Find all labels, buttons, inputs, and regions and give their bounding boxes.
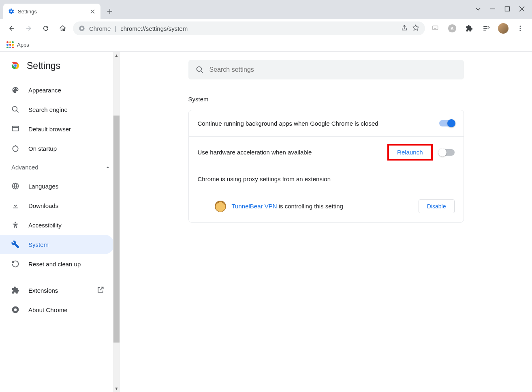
svg-point-7 xyxy=(520,28,521,29)
star-icon[interactable] xyxy=(412,24,419,33)
sidebar-item-label: Appearance xyxy=(28,87,61,94)
svg-point-14 xyxy=(13,146,18,151)
sidebar-item-label: Reset and clean up xyxy=(28,261,81,268)
forward-button[interactable] xyxy=(22,21,36,35)
relaunch-button[interactable]: Relaunch xyxy=(392,146,427,158)
reading-list-icon[interactable] xyxy=(479,21,493,35)
chrome-grey-icon xyxy=(79,25,85,32)
sidebar-item-default-browser[interactable]: Default browser xyxy=(0,119,114,139)
settings-main: System Continue running background apps … xyxy=(120,52,532,392)
chevron-down-icon[interactable] xyxy=(475,6,481,13)
scroll-down-icon[interactable]: ▼ xyxy=(113,385,120,392)
omnibox[interactable]: Chrome | chrome://settings/system xyxy=(73,21,425,35)
settings-page: Settings Appearance Search engine Defaul… xyxy=(0,52,532,392)
sidebar-item-languages[interactable]: Languages xyxy=(0,176,114,196)
extension-suffix-text: is controlling this setting xyxy=(277,203,343,210)
gear-icon xyxy=(8,8,15,15)
sidebar-item-system[interactable]: System xyxy=(0,235,114,254)
sidebar-scrollbar[interactable]: ▲ ▼ xyxy=(113,52,120,392)
sidebar-section-advanced[interactable]: Advanced xyxy=(0,158,120,176)
omnibox-url: chrome://settings/system xyxy=(120,25,188,32)
svg-point-8 xyxy=(520,30,521,31)
sidebar-item-appearance[interactable]: Appearance xyxy=(0,80,114,100)
back-button[interactable] xyxy=(5,21,19,35)
extension-name-link[interactable]: TunnelBear VPN xyxy=(232,203,277,210)
svg-point-12 xyxy=(13,107,17,111)
chrome-logo-icon xyxy=(10,60,21,71)
sidebar-item-label: Default browser xyxy=(28,126,71,133)
sidebar-header: Settings xyxy=(0,60,120,77)
row-proxy-settings: Chrome is using proxy settings from an e… xyxy=(189,168,464,194)
sidebar-divider xyxy=(0,277,120,277)
apps-icon xyxy=(6,41,14,49)
row-label: Use hardware acceleration when available xyxy=(198,149,381,156)
row-hardware-acceleration: Use hardware acceleration when available… xyxy=(189,136,464,168)
sidebar-item-on-startup[interactable]: On startup xyxy=(0,139,114,158)
extensions-icon[interactable] xyxy=(462,21,476,35)
svg-point-19 xyxy=(197,67,201,72)
sidebar-item-extensions[interactable]: Extensions xyxy=(0,281,114,300)
sidebar-item-label: Search engine xyxy=(28,106,68,113)
window-controls xyxy=(475,0,532,19)
share-icon[interactable] xyxy=(401,24,408,33)
svg-point-18 xyxy=(14,308,17,311)
profile-avatar[interactable] xyxy=(496,21,510,35)
row-label: Chrome is using proxy settings from an e… xyxy=(198,176,455,182)
svg-point-2 xyxy=(81,27,83,30)
chevron-up-icon xyxy=(105,165,110,170)
settings-sidebar: Settings Appearance Search engine Defaul… xyxy=(0,52,120,392)
scroll-up-icon[interactable]: ▲ xyxy=(113,52,120,59)
row-background-apps: Continue running background apps when Go… xyxy=(189,110,464,136)
sidebar-item-label: Accessibility xyxy=(28,222,62,229)
sidebar-item-search-engine[interactable]: Search engine xyxy=(0,100,114,119)
pocket-icon[interactable] xyxy=(428,21,442,35)
home-button[interactable] xyxy=(56,21,70,35)
omnibox-label: Chrome xyxy=(89,25,111,32)
chrome-menu-button[interactable] xyxy=(513,21,527,35)
search-icon xyxy=(196,66,204,74)
tab-strip: Settings xyxy=(0,0,532,19)
bookmarks-bar: Apps xyxy=(0,38,532,52)
sidebar-title: Settings xyxy=(27,60,60,71)
sidebar-item-downloads[interactable]: Downloads xyxy=(0,196,114,215)
extension-k-icon[interactable]: K xyxy=(445,21,459,35)
system-settings-card: Continue running background apps when Go… xyxy=(188,110,464,223)
svg-rect-0 xyxy=(505,6,510,11)
apps-shortcut[interactable]: Apps xyxy=(6,41,29,49)
relaunch-highlight: Relaunch xyxy=(387,144,432,161)
svg-rect-13 xyxy=(13,126,19,131)
row-label: Continue running background apps when Go… xyxy=(198,120,433,127)
maximize-button[interactable] xyxy=(504,6,510,13)
disable-extension-button[interactable]: Disable xyxy=(419,199,455,213)
search-settings-box[interactable] xyxy=(188,60,464,79)
sidebar-item-about[interactable]: About Chrome xyxy=(0,300,114,319)
sidebar-item-label: Languages xyxy=(28,183,58,190)
toggle-hardware-acceleration[interactable] xyxy=(439,149,455,156)
search-settings-input[interactable] xyxy=(209,66,457,73)
browser-toolbar: Chrome | chrome://settings/system K xyxy=(0,19,532,38)
advanced-label: Advanced xyxy=(11,164,38,171)
new-tab-button[interactable] xyxy=(103,4,117,18)
apps-label: Apps xyxy=(17,42,29,48)
reload-button[interactable] xyxy=(39,21,53,35)
sidebar-item-accessibility[interactable]: Accessibility xyxy=(0,215,114,235)
tunnelbear-icon xyxy=(215,201,226,212)
scrollbar-thumb[interactable] xyxy=(113,116,120,343)
section-heading-system: System xyxy=(188,96,464,103)
external-link-icon xyxy=(96,286,105,295)
toggle-background-apps[interactable] xyxy=(439,120,455,126)
sidebar-item-label: Extensions xyxy=(28,287,58,294)
tab-title: Settings xyxy=(18,9,86,15)
close-icon[interactable] xyxy=(89,8,96,15)
svg-text:K: K xyxy=(451,26,454,31)
svg-point-6 xyxy=(520,26,521,27)
sidebar-item-reset[interactable]: Reset and clean up xyxy=(0,254,114,274)
svg-point-16 xyxy=(15,222,16,223)
close-window-button[interactable] xyxy=(519,6,525,13)
minimize-button[interactable] xyxy=(490,6,496,13)
row-proxy-extension: TunnelBear VPN is controlling this setti… xyxy=(189,194,464,222)
sidebar-item-label: System xyxy=(28,241,49,248)
browser-tab-settings[interactable]: Settings xyxy=(3,4,100,19)
sidebar-item-label: About Chrome xyxy=(28,306,68,313)
sidebar-item-label: On startup xyxy=(28,145,57,152)
